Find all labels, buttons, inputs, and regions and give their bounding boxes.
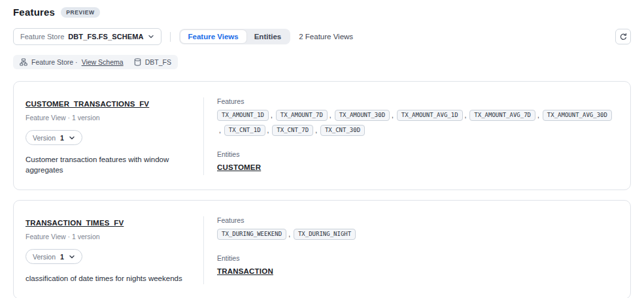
features-label: Features <box>217 97 617 105</box>
refresh-icon <box>619 33 628 41</box>
feature-chip: TX_AMOUNT_7D <box>276 110 328 121</box>
version-label: Version <box>33 253 56 261</box>
toolbar-divider <box>170 32 171 42</box>
breadcrumb-row: Feature Store · View Schema DBT_FS <box>13 55 631 69</box>
feature-chip: TX_DURING_WEEKEND <box>217 229 286 240</box>
breadcrumb: Feature Store · View Schema DBT_FS <box>13 55 178 69</box>
entity-link[interactable]: TRANSACTION <box>217 267 273 275</box>
chevron-down-icon <box>148 33 154 40</box>
feature-store-dropdown[interactable]: Feature Store DBT_FS.FS_SCHEMA <box>13 28 161 45</box>
toolbar: Feature Store DBT_FS.FS_SCHEMA Feature V… <box>13 28 631 45</box>
feature-view-card: TRANSACTION_TIMES_FV Feature View · 1 ve… <box>13 200 631 298</box>
database-icon <box>134 58 141 66</box>
feature-chip-list: TX_DURING_WEEKEND, TX_DURING_NIGHT <box>217 229 616 240</box>
feature-chip: TX_DURING_NIGHT <box>294 229 356 240</box>
feature-store-label: Feature Store <box>20 33 64 41</box>
preview-badge: PREVIEW <box>61 7 99 18</box>
version-dropdown[interactable]: Version 1 <box>25 130 82 145</box>
feature-chip: TX_CNT_7D <box>272 125 313 136</box>
feature-chip: TX_AMOUNT_AVG_30D <box>543 110 612 121</box>
entities-section: Entities CUSTOMER <box>217 150 617 173</box>
chevron-down-icon <box>69 254 75 260</box>
view-tabs: Feature Views Entities <box>179 29 291 44</box>
entities-section: Entities TRANSACTION <box>217 254 617 276</box>
card-summary: TRANSACTION_TIMES_FV Feature View · 1 ve… <box>25 216 203 284</box>
card-details: Features TX_AMOUNT_1D, TX_AMOUNT_7D, TX_… <box>203 97 617 175</box>
version-value: 1 <box>60 134 64 142</box>
entities-label: Entities <box>217 254 617 262</box>
feature-chip: TX_CNT_1D <box>224 125 265 136</box>
feature-view-description: classification of date times for nights … <box>25 274 190 284</box>
feature-chip: TX_AMOUNT_AVG_7D <box>469 110 535 121</box>
card-summary: CUSTOMER_TRANSACTIONS_FV Feature View · … <box>25 97 203 175</box>
feature-chip: TX_AMOUNT_1D <box>217 110 269 121</box>
feature-view-subtitle: Feature View · 1 version <box>25 233 192 240</box>
feature-view-card: CUSTOMER_TRANSACTIONS_FV Feature View · … <box>13 81 631 190</box>
feature-view-list: CUSTOMER_TRANSACTIONS_FV Feature View · … <box>13 81 631 298</box>
view-schema-link[interactable]: View Schema <box>82 58 124 66</box>
feature-views-count: 2 Feature Views <box>299 33 353 41</box>
features-label: Features <box>217 216 617 224</box>
feature-chip-list: TX_AMOUNT_1D, TX_AMOUNT_7D, TX_AMOUNT_30… <box>217 110 616 136</box>
feature-view-title-link[interactable]: CUSTOMER_TRANSACTIONS_FV <box>25 100 149 108</box>
feature-chip: TX_CNT_30D <box>320 125 365 136</box>
entity-link[interactable]: CUSTOMER <box>217 163 261 171</box>
feature-view-title-link[interactable]: TRANSACTION_TIMES_FV <box>25 219 124 227</box>
feature-chip: TX_AMOUNT_30D <box>335 110 390 121</box>
refresh-button[interactable] <box>615 29 631 44</box>
schema-hierarchy-icon <box>20 58 27 66</box>
features-page: Features PREVIEW Feature Store DBT_FS.FS… <box>0 0 644 298</box>
breadcrumb-store-label: Feature Store · <box>31 58 78 66</box>
feature-view-description: Customer transaction features with windo… <box>25 155 190 175</box>
feature-store-value: DBT_FS.FS_SCHEMA <box>68 33 143 41</box>
page-title: Features <box>13 7 55 18</box>
chevron-down-icon <box>69 135 75 141</box>
version-value: 1 <box>60 253 64 261</box>
version-label: Version <box>33 134 56 142</box>
feature-chip: TX_AMOUNT_AVG_1D <box>397 110 463 121</box>
tab-feature-views[interactable]: Feature Views <box>180 30 246 43</box>
version-dropdown[interactable]: Version 1 <box>25 249 82 264</box>
feature-view-subtitle: Feature View · 1 version <box>25 114 192 122</box>
page-header: Features PREVIEW <box>13 7 631 18</box>
breadcrumb-database-name: DBT_FS <box>145 58 171 66</box>
card-details: Features TX_DURING_WEEKEND, TX_DURING_NI… <box>203 216 617 284</box>
entities-label: Entities <box>217 150 617 158</box>
tab-entities[interactable]: Entities <box>246 30 290 43</box>
